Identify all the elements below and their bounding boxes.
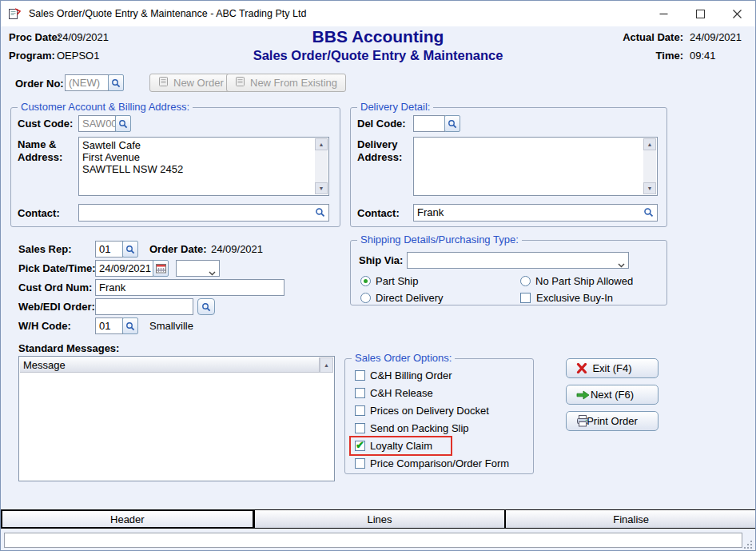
billing-address-textarea[interactable]: Sawtell Cafe First Avenue SAWTELL NSW 24… (78, 137, 329, 196)
warehouse-name: Smallville (149, 320, 193, 332)
status-bar (4, 533, 742, 548)
close-button[interactable] (718, 1, 755, 26)
price-comparison-label: Price Comparison/Order Form (370, 457, 509, 469)
tab-header[interactable]: Header (1, 509, 254, 529)
order-no-label: Order No: (15, 78, 64, 90)
web-edi-order-input[interactable] (95, 298, 193, 315)
chevron-down-icon (209, 266, 216, 278)
sales-order-options-title: Sales Order Options: (352, 352, 455, 364)
window-title: Sales Order/Quote Entry & Maintenance - … (29, 8, 306, 19)
app-icon (8, 7, 22, 20)
next-button[interactable]: Next (F6) (566, 385, 659, 405)
calendar-icon[interactable] (153, 260, 169, 277)
del-code-input[interactable] (413, 115, 445, 132)
maximize-button[interactable] (682, 1, 718, 26)
billing-contact-search-icon[interactable] (315, 207, 325, 218)
exit-button[interactable]: Exit (F4) (566, 358, 659, 378)
screen-title: Sales Order/Quote Entry & Maintenance (1, 48, 755, 63)
new-order-button[interactable]: New Order (149, 74, 233, 92)
wh-code-label: W/H Code: (18, 320, 71, 332)
delivery-address-scrollbar[interactable]: ▲ ▼ (643, 138, 656, 194)
pick-time-dropdown[interactable] (176, 260, 220, 277)
customer-group: Customer Account & Billing Address: Cust… (10, 107, 340, 227)
red-x-icon (576, 363, 587, 373)
scroll-up-icon[interactable]: ▲ (320, 357, 333, 373)
web-edi-order-label: Web/EDI Order: (18, 301, 95, 313)
billing-contact-label: Contact: (18, 207, 60, 219)
scroll-up-icon[interactable]: ▲ (315, 138, 328, 150)
direct-delivery-radio[interactable] (360, 293, 371, 303)
wh-code-input[interactable]: 01 (95, 317, 123, 334)
next-button-label: Next (F6) (591, 389, 634, 401)
order-no-input[interactable]: (NEW) (65, 74, 109, 91)
sales-rep-input[interactable]: 01 (95, 241, 123, 258)
loyalty-claim-highlight (349, 436, 452, 456)
ship-via-dropdown[interactable] (407, 252, 629, 269)
cust-code-search-icon[interactable] (115, 115, 131, 132)
time-label: Time: (656, 50, 683, 62)
chevron-down-icon (618, 258, 625, 270)
actual-date-label: Actual Date: (623, 31, 683, 43)
print-order-button[interactable]: Print Order (566, 411, 659, 431)
direct-delivery-label: Direct Delivery (376, 292, 444, 304)
no-part-ship-radio[interactable] (520, 276, 531, 286)
order-date-value: 24/09/2021 (211, 243, 263, 255)
scroll-up-icon[interactable]: ▲ (643, 138, 656, 150)
cust-code-input[interactable]: SAW001 (78, 115, 116, 132)
ship-via-label: Ship Via: (359, 254, 403, 266)
delivery-contact-search-icon[interactable] (643, 207, 654, 218)
new-from-existing-button[interactable]: New From Existing (226, 74, 346, 92)
minimize-button[interactable] (645, 1, 682, 26)
tab-header-label: Header (110, 513, 145, 525)
ch-release-label: C&H Release (370, 387, 433, 399)
scroll-down-icon[interactable]: ▼ (315, 182, 328, 194)
sales-rep-search-icon[interactable] (122, 241, 138, 258)
send-packing-slip-checkbox[interactable]: ✔ (355, 423, 365, 433)
billing-address-scrollbar[interactable]: ▲ ▼ (315, 138, 328, 194)
exclusive-buyin-label: Exclusive Buy-In (536, 292, 613, 304)
actual-date-value: 24/09/2021 (690, 31, 742, 43)
shipping-group: Shipping Details/Purchasing Type: Ship V… (350, 240, 667, 305)
delivery-contact-input[interactable]: Frank (413, 204, 658, 222)
cust-ord-num-input[interactable]: Frank (95, 279, 284, 296)
tab-finalise-label: Finalise (613, 513, 649, 525)
new-order-label: New Order (173, 77, 224, 89)
web-edi-search-icon[interactable] (197, 298, 215, 315)
delivery-group: Delivery Detail: Del Code: Delivery Addr… (350, 107, 667, 227)
part-ship-radio[interactable] (360, 276, 371, 286)
new-from-existing-label: New From Existing (250, 77, 337, 89)
prices-delivery-docket-checkbox[interactable]: ✔ (355, 405, 365, 416)
ch-billing-order-checkbox[interactable]: ✔ (355, 370, 365, 381)
ch-billing-order-label: C&H Billing Order (370, 369, 452, 381)
message-column-header[interactable]: Message (20, 357, 320, 373)
printer-icon (576, 415, 589, 427)
sales-rep-label: Sales Rep: (18, 243, 71, 255)
name-address-label: Name & Address: (18, 138, 67, 164)
scroll-down-icon[interactable]: ▼ (643, 182, 656, 194)
ch-release-checkbox[interactable]: ✔ (355, 388, 365, 398)
delivery-contact-label: Contact: (357, 207, 400, 219)
no-part-ship-label: No Part Ship Allowed (535, 275, 633, 287)
del-code-search-icon[interactable] (444, 115, 460, 132)
delivery-address-textarea[interactable]: ▲ ▼ (413, 137, 658, 196)
delivery-group-title: Delivery Detail: (357, 101, 433, 113)
prices-delivery-docket-label: Prices on Delivery Docket (370, 405, 489, 417)
del-code-label: Del Code: (357, 118, 406, 130)
print-order-button-label: Print Order (587, 415, 638, 427)
customer-group-title: Customer Account & Billing Address: (18, 101, 193, 113)
order-date-label: Order Date: (149, 243, 207, 255)
pick-date-input[interactable]: 24/09/2021 (95, 260, 153, 277)
wh-code-search-icon[interactable] (122, 317, 138, 334)
standard-messages-label: Standard Messages: (18, 342, 119, 354)
order-no-search-icon[interactable] (108, 74, 124, 91)
resize-grip[interactable] (744, 540, 753, 551)
price-comparison-checkbox[interactable]: ✔ (355, 458, 365, 469)
standard-messages-list[interactable]: Message ▲ (18, 356, 335, 481)
exit-button-label: Exit (F4) (592, 362, 631, 374)
tab-lines[interactable]: Lines (254, 509, 506, 529)
exclusive-buyin-checkbox[interactable]: ✔ (520, 293, 531, 303)
tab-finalise[interactable]: Finalise (505, 509, 756, 529)
billing-address-text: Sawtell Cafe First Avenue SAWTELL NSW 24… (82, 139, 312, 194)
send-packing-slip-label: Send on Packing Slip (370, 422, 469, 434)
billing-contact-input[interactable] (78, 204, 329, 222)
